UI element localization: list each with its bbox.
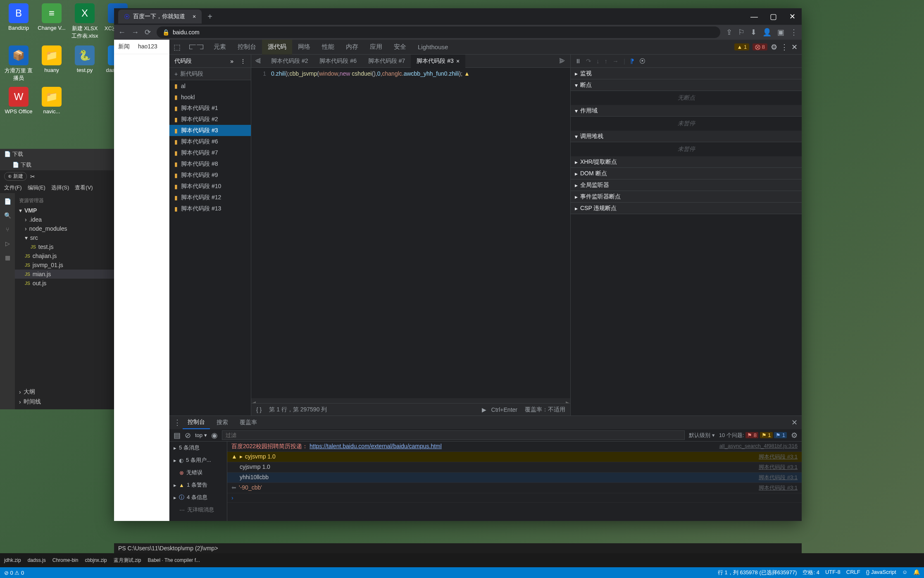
desktop-icon[interactable]: X新建 XLSX 工作表.xlsx: [70, 3, 99, 40]
file-icon[interactable]: cbbjnx.zip: [82, 557, 109, 564]
editor-tab[interactable]: 脚本代码段 #3 ×: [411, 55, 465, 68]
desktop-icon[interactable]: WWPS Office: [4, 87, 33, 115]
maximize-icon[interactable]: ▢: [764, 8, 783, 25]
new-snippet-button[interactable]: + 新代码段: [169, 68, 251, 80]
editor-tab[interactable]: 脚本代码段 #2: [265, 55, 314, 68]
snippet-item[interactable]: ▮脚本代码段 #2: [169, 114, 251, 125]
desktop-icon[interactable]: 📦方滑万里 直播员: [4, 45, 33, 82]
tab-elements[interactable]: 元素: [208, 40, 232, 55]
lang-status[interactable]: {} JavaScript: [866, 569, 896, 576]
tab-console[interactable]: 控制台: [232, 40, 262, 55]
filter-input[interactable]: [222, 430, 685, 440]
menu-icon[interactable]: ⋮: [790, 28, 798, 37]
tab-memory[interactable]: 内存: [340, 40, 364, 55]
step-into-icon[interactable]: ↓: [596, 57, 600, 64]
reload-icon[interactable]: ⟳: [145, 28, 151, 37]
new-tab-button[interactable]: +: [207, 12, 212, 21]
device-icon[interactable]: ⫍⫎: [185, 43, 208, 51]
deactivate-bp-icon[interactable]: ⁋: [630, 57, 634, 65]
side-panel-icon[interactable]: ▣: [777, 28, 784, 37]
tab-application[interactable]: 应用: [364, 40, 388, 55]
console-message[interactable]: ▲▸cyjsvmp 1.0 脚本代码段 #3:1: [227, 452, 802, 462]
console-message[interactable]: 百度2022校园招聘简历投递： https://talent.baidu.com…: [227, 442, 802, 452]
desktop-icon[interactable]: 📁huany: [37, 45, 66, 73]
filter-item[interactable]: ▸▲1 条警告: [169, 479, 227, 491]
event-section[interactable]: ▸事件监听器断点: [571, 191, 802, 203]
step-over-icon[interactable]: ↷: [586, 57, 591, 65]
tree-root[interactable]: ▾VMP: [15, 206, 124, 215]
tab-performance[interactable]: 性能: [316, 40, 340, 55]
url-input[interactable]: 🔒 baidu.com: [157, 26, 720, 38]
tab-network[interactable]: 网络: [292, 40, 316, 55]
ext-icon[interactable]: ⚐: [738, 28, 745, 37]
indent-status[interactable]: 空格: 4: [803, 569, 819, 576]
tree-folder[interactable]: ▾src: [15, 233, 124, 242]
nav-link[interactable]: hao123: [134, 40, 162, 54]
ext-icon[interactable]: ▦: [5, 254, 10, 261]
sidebar-toggle-icon[interactable]: ▤: [174, 431, 181, 440]
snippet-item[interactable]: ▮al: [169, 80, 251, 91]
filter-item[interactable]: ▸ⓘ4 条信息: [169, 491, 227, 504]
toggle-nav-icon[interactable]: ⫷: [251, 57, 265, 65]
global-section[interactable]: ▸全局监听器: [571, 179, 802, 191]
problems-status[interactable]: ⊘ 0 ⚠ 0: [4, 570, 24, 576]
snippet-item[interactable]: ▮hookl: [169, 91, 251, 103]
back-icon[interactable]: ←: [118, 28, 126, 37]
tree-folder[interactable]: ›.idea: [15, 215, 124, 224]
snippet-item[interactable]: ▮脚本代码段 #9: [169, 170, 251, 181]
console-prompt[interactable]: ›: [227, 493, 802, 503]
drawer-tab-console[interactable]: 控制台: [183, 416, 210, 429]
files-icon[interactable]: 📄: [4, 198, 11, 205]
search-icon[interactable]: 🔍: [4, 212, 11, 219]
tree-file[interactable]: JSchajian.js: [15, 251, 124, 260]
filter-item[interactable]: ▸5 条消息: [169, 442, 227, 454]
csp-section[interactable]: ▸CSP 违规断点: [571, 203, 802, 214]
filter-item[interactable]: ⋯无详细消息: [169, 504, 227, 516]
eol-status[interactable]: CRLF: [846, 569, 860, 576]
format-icon[interactable]: { }: [256, 406, 262, 413]
pause-exceptions-icon[interactable]: ⦿: [639, 57, 645, 64]
code-editor[interactable]: 1 0.zhili);cbb_jsvmp(window,new cshduei(…: [251, 68, 570, 398]
git-icon[interactable]: ⑂: [6, 226, 9, 233]
code-line[interactable]: 0.zhili);cbb_jsvmp(window,new cshduei(),…: [269, 68, 472, 398]
file-icon[interactable]: Chrome-bin: [50, 557, 81, 564]
feedback-icon[interactable]: ☺: [902, 569, 907, 576]
drawer-tab-search[interactable]: 搜索: [212, 416, 233, 429]
clear-console-icon[interactable]: ⊘: [185, 431, 191, 440]
snippets-header[interactable]: 代码段 » ⋮: [169, 55, 251, 68]
file-icon[interactable]: 蓝月测试.zip: [111, 556, 144, 565]
close-icon[interactable]: ×: [456, 58, 460, 64]
cut-icon[interactable]: ✂: [30, 173, 35, 180]
step-out-icon[interactable]: ↑: [605, 57, 608, 64]
close-tab-icon[interactable]: ×: [193, 13, 196, 20]
download-icon[interactable]: ⬇: [750, 28, 757, 37]
eye-icon[interactable]: ◉: [211, 431, 218, 440]
console-message[interactable]: cyjsvmp 1.0 脚本代码段 #3:1: [227, 462, 802, 473]
tab-sources[interactable]: 源代码: [262, 40, 292, 55]
error-badge[interactable]: ⨂ 8: [753, 43, 767, 50]
step-icon[interactable]: →: [612, 57, 619, 64]
tab-security[interactable]: 安全: [388, 40, 412, 55]
desktop-icon[interactable]: ≡Change V...: [37, 3, 66, 31]
nav-link[interactable]: 新闻: [114, 40, 134, 54]
more-tabs-icon[interactable]: ⫸: [555, 57, 570, 65]
callstack-section[interactable]: ▾调用堆栈: [571, 131, 802, 142]
file-icon[interactable]: jdhk.zip: [2, 557, 24, 564]
encoding-status[interactable]: UTF-8: [825, 569, 841, 576]
bell-icon[interactable]: 🔔: [913, 569, 920, 576]
tree-file[interactable]: JSmian.js: [15, 270, 124, 279]
terminal[interactable]: PS C:\Users\11\Desktop\vmp (2)\vmp>: [114, 543, 802, 553]
snippet-item[interactable]: ▮脚本代码段 #12: [169, 192, 251, 203]
snippet-item[interactable]: ▮脚本代码段 #8: [169, 158, 251, 170]
editor-tab[interactable]: 脚本代码段 #7: [362, 55, 411, 68]
snippet-item[interactable]: ▮脚本代码段 #6: [169, 136, 251, 147]
drawer-tab-coverage[interactable]: 覆盖率: [235, 416, 262, 429]
forward-icon[interactable]: →: [131, 28, 139, 37]
snippet-item[interactable]: ▮脚本代码段 #10: [169, 181, 251, 192]
outline-section[interactable]: ›大纲: [15, 387, 124, 397]
xhr-section[interactable]: ▸XHR/提取断点: [571, 156, 802, 168]
editor-tab[interactable]: 脚本代码段 #6: [314, 55, 362, 68]
debug-icon[interactable]: ▷: [5, 240, 10, 247]
more-icon[interactable]: ⋮: [781, 43, 788, 52]
tree-file[interactable]: JSjsvmp_01.js: [15, 260, 124, 270]
